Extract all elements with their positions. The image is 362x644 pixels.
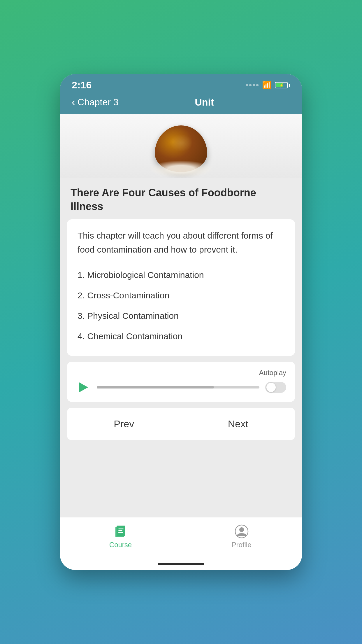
svg-rect-2 (118, 528, 124, 529)
content-card: This chapter will teach you about differ… (67, 219, 295, 356)
content-description: This chapter will teach you about differ… (78, 229, 284, 257)
play-icon (79, 382, 88, 393)
section-title: There Are Four Causes of Foodborne Illne… (71, 186, 291, 214)
svg-rect-3 (118, 530, 122, 531)
back-label: Chapter 3 (78, 97, 119, 108)
tab-course[interactable]: Course (60, 522, 181, 551)
signal-icon (246, 84, 259, 86)
autoplay-label: Autoplay (76, 369, 286, 377)
section-heading: There Are Four Causes of Foodborne Illne… (60, 178, 302, 219)
list-item: 4. Chemical Contamination (78, 326, 284, 346)
autoplay-toggle-knob (266, 383, 276, 392)
flour-dust (149, 160, 213, 178)
status-time: 2:16 (72, 79, 92, 91)
audio-progress-fill (97, 386, 214, 388)
play-button[interactable] (76, 380, 91, 395)
tab-course-label: Course (109, 541, 132, 549)
content-list: 1. Microbiological Contamination 2. Cros… (78, 265, 284, 346)
next-button[interactable]: Next (181, 408, 295, 440)
list-item: 1. Microbiological Contamination (78, 265, 284, 285)
autoplay-toggle[interactable] (265, 382, 286, 393)
audio-player: Autoplay (67, 362, 295, 402)
food-image-placeholder (60, 114, 302, 178)
battery-icon: ⚡ (275, 82, 290, 88)
status-icons: 📶 ⚡ (246, 80, 290, 90)
status-bar: 2:16 📶 ⚡ (60, 74, 302, 93)
phone-container: 2:16 📶 ⚡ ‹ Chapter 3 Unit (60, 74, 302, 570)
page-navigation-buttons: Prev Next (67, 408, 295, 440)
profile-icon (235, 524, 249, 538)
autoplay-toggle-switch[interactable] (265, 382, 286, 393)
tab-profile[interactable]: Profile (181, 522, 302, 551)
home-bar (158, 563, 204, 565)
player-controls (76, 380, 286, 395)
tab-profile-label: Profile (231, 541, 251, 549)
audio-progress-bar[interactable] (97, 386, 259, 388)
navigation-bar: ‹ Chapter 3 Unit (60, 93, 302, 114)
back-chevron-icon: ‹ (72, 97, 75, 108)
nav-title: Unit (119, 97, 290, 108)
content-area: There Are Four Causes of Foodborne Illne… (60, 114, 302, 517)
svg-point-6 (239, 527, 244, 532)
food-visual (149, 120, 213, 178)
prev-button[interactable]: Prev (67, 408, 181, 440)
svg-rect-4 (118, 532, 123, 533)
list-item: 3. Physical Contamination (78, 306, 284, 326)
list-item: 2. Cross-Contamination (78, 285, 284, 306)
back-button[interactable]: ‹ Chapter 3 (72, 97, 119, 108)
home-indicator (60, 560, 302, 570)
course-icon (114, 524, 128, 538)
tab-bar: Course Profile (60, 517, 302, 560)
food-image (60, 114, 302, 178)
wifi-icon: 📶 (262, 80, 271, 90)
